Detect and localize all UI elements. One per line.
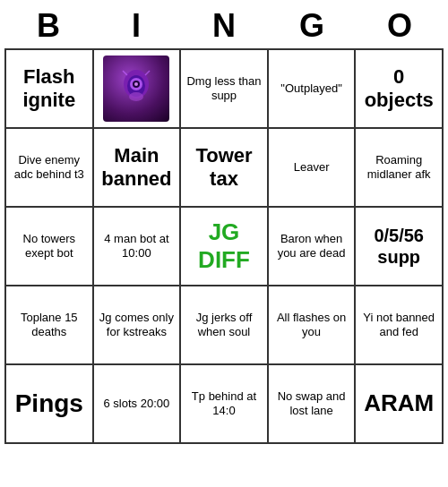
cell-flash-ignite: Flash ignite <box>6 50 94 129</box>
cell-jg-jerks-soul: Jg jerks off when soul <box>181 286 269 365</box>
cell-zero-objects: 0 objects <box>356 50 444 129</box>
svg-line-7 <box>145 71 150 75</box>
svg-point-4 <box>134 82 138 86</box>
cell-toplane-deaths: Toplane 15 deaths <box>6 286 94 365</box>
cell-dmg-less-supp: Dmg less than supp <box>181 50 269 129</box>
bingo-grid: Flash ignite Dmg less than supp <box>4 48 444 444</box>
cell-all-flashes: All flashes on you <box>269 286 357 365</box>
cell-no-towers: No towers exept bot <box>6 208 94 286</box>
cell-tp-behind: Tp behind at 14:0 <box>181 365 269 444</box>
bingo-card: B I N G O Flash ignite <box>4 4 444 444</box>
cell-yi-not-banned: Yi not banned and fed <box>356 286 444 365</box>
cell-baron-dead: Baron when you are dead <box>269 208 357 286</box>
cell-pings: Pings <box>6 365 94 444</box>
cell-jg-diff: JG DIFF <box>181 208 269 286</box>
svg-point-5 <box>129 92 143 101</box>
cell-main-banned: Main banned <box>94 129 182 208</box>
cell-4-man-bot: 4 man bot at 10:00 <box>94 208 182 286</box>
bingo-title: B I N G O <box>4 4 444 48</box>
cell-jg-kstreaks: Jg comes only for kstreaks <box>94 286 182 365</box>
cell-no-swap-lost: No swap and lost lane <box>269 365 357 444</box>
letter-o: O <box>359 7 440 45</box>
letter-b: B <box>8 7 89 45</box>
letter-n: N <box>184 7 264 45</box>
cell-dive-enemy: Dive enemy adc behind t3 <box>6 129 94 208</box>
letter-i: I <box>96 7 177 45</box>
cell-6-slots: 6 slots 20:00 <box>94 365 182 444</box>
cell-leaver: Leaver <box>269 129 357 208</box>
svg-line-6 <box>123 71 127 75</box>
cell-outplayed: "Outplayed" <box>269 50 357 129</box>
cell-0-5-56-supp: 0/5/56 supp <box>356 208 444 286</box>
cell-roaming-midlaner: Roaming midlaner afk <box>356 129 444 208</box>
cell-aram: ARAM <box>356 365 444 444</box>
champion-icon <box>103 56 169 122</box>
cell-tower-tax: Tower tax <box>181 129 269 208</box>
letter-g: G <box>271 7 352 45</box>
cell-champion-image <box>94 50 182 129</box>
